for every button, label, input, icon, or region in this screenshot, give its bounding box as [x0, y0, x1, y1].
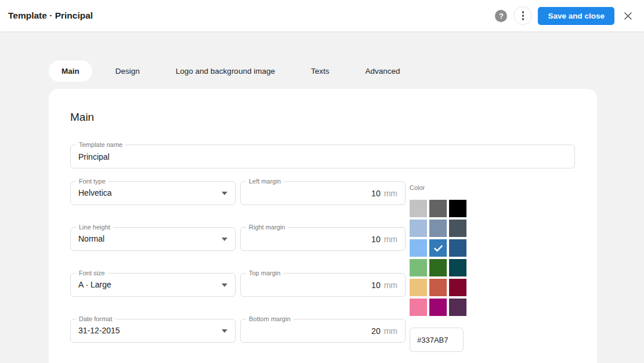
field-label: Template name: [76, 141, 125, 149]
color-swatch[interactable]: [429, 299, 447, 316]
form-body: Font type Helvetica Left margin 10 mm Li…: [70, 181, 575, 352]
field-label: Left margin: [246, 178, 284, 185]
color-swatch[interactable]: [410, 259, 427, 276]
chevron-down-icon: [222, 238, 227, 241]
field-label: Font size: [76, 269, 108, 277]
template-name-input[interactable]: [71, 145, 574, 168]
color-hex-input[interactable]: [410, 328, 463, 351]
right-margin-field[interactable]: Right margin 10 mm: [240, 227, 406, 251]
close-icon: [623, 10, 634, 21]
color-hex-field: [410, 328, 464, 352]
font-type-select[interactable]: Font type Helvetica: [70, 181, 236, 205]
color-picker: Color: [410, 181, 466, 352]
color-label: Color: [410, 184, 466, 191]
check-icon: [433, 243, 444, 254]
color-swatch[interactable]: [449, 200, 466, 217]
tab-design[interactable]: Design: [103, 60, 153, 82]
chevron-down-icon: [222, 329, 227, 333]
field-label: Date format: [76, 315, 115, 323]
date-format-select[interactable]: Date format 31-12-2015: [70, 319, 236, 343]
settings-card: Main Template name Font type Helvetica L…: [49, 89, 597, 363]
field-label: Font type: [76, 178, 108, 185]
color-swatch-grid: [410, 200, 466, 316]
font-size-select[interactable]: Font size A · Large: [70, 273, 236, 297]
margin-value: 20: [371, 326, 381, 336]
margin-unit: mm: [384, 189, 397, 198]
field-label: Right margin: [246, 224, 288, 231]
color-swatch[interactable]: [410, 220, 427, 237]
margin-value: 10: [371, 281, 381, 290]
color-swatch[interactable]: [429, 259, 447, 276]
top-bar-actions: ? Save and close: [495, 6, 634, 25]
page-title: Template · Principal: [8, 10, 93, 21]
left-margin-field[interactable]: Left margin 10 mm: [240, 181, 406, 205]
fields-grid: Font type Helvetica Left margin 10 mm Li…: [70, 181, 406, 352]
tab-bar: Main Design Logo and background image Te…: [49, 60, 644, 82]
color-swatch[interactable]: [429, 200, 447, 217]
margin-value: 10: [371, 235, 381, 244]
more-options-button[interactable]: [513, 6, 532, 25]
margin-unit: mm: [384, 235, 397, 244]
line-height-select[interactable]: Line height Normal: [70, 227, 236, 251]
color-swatch[interactable]: [449, 259, 466, 276]
help-icon: ?: [499, 12, 504, 20]
template-name-field: Template name: [70, 145, 575, 168]
save-and-close-button[interactable]: Save and close: [538, 7, 614, 25]
color-swatch[interactable]: [410, 200, 427, 217]
color-swatch[interactable]: [449, 299, 466, 316]
color-swatch[interactable]: [410, 299, 427, 316]
tab-logo-and-background-image[interactable]: Logo and background image: [163, 60, 288, 82]
field-label: Line height: [76, 224, 113, 231]
tab-texts[interactable]: Texts: [298, 60, 342, 82]
chevron-down-icon: [222, 283, 227, 287]
color-swatch[interactable]: [429, 220, 447, 237]
color-swatch[interactable]: [410, 239, 427, 257]
section-heading: Main: [70, 111, 575, 124]
margin-unit: mm: [384, 281, 397, 290]
color-swatch[interactable]: [449, 279, 466, 296]
color-swatch-selected[interactable]: [429, 239, 447, 257]
top-margin-field[interactable]: Top margin 10 mm: [240, 273, 406, 297]
close-button[interactable]: [623, 10, 634, 21]
tab-main[interactable]: Main: [49, 60, 92, 82]
color-swatch[interactable]: [429, 279, 447, 296]
tab-advanced[interactable]: Advanced: [352, 60, 413, 82]
color-swatch[interactable]: [449, 220, 466, 237]
margin-unit: mm: [384, 326, 397, 336]
field-label: Bottom margin: [246, 315, 294, 323]
kebab-menu-icon: [522, 11, 524, 13]
color-swatch[interactable]: [410, 279, 427, 296]
chevron-down-icon: [222, 192, 227, 195]
field-label: Top margin: [246, 269, 283, 277]
margin-value: 10: [371, 189, 381, 198]
color-swatch[interactable]: [449, 239, 466, 257]
help-button[interactable]: ?: [495, 10, 507, 22]
bottom-margin-field[interactable]: Bottom margin 20 mm: [240, 319, 406, 343]
top-bar: Template · Principal ? Save and close: [0, 0, 644, 32]
